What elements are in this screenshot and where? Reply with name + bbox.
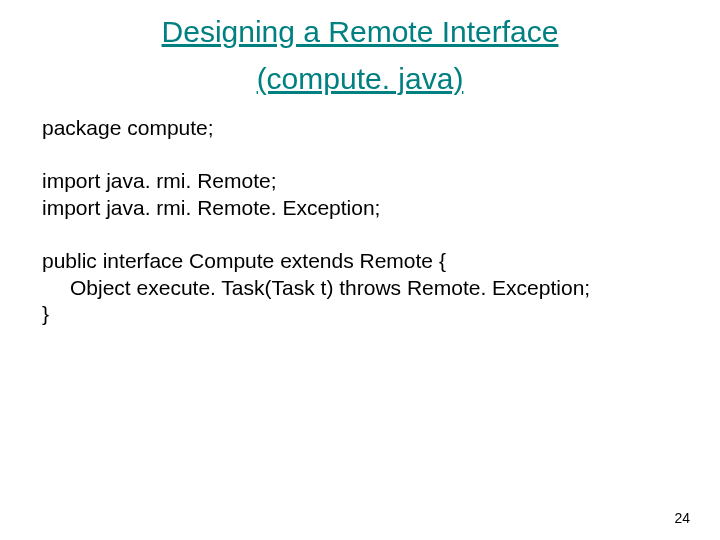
slide-title-line1: Designing a Remote Interface: [0, 0, 720, 53]
code-method-line: Object execute. Task(Task t) throws Remo…: [42, 275, 590, 302]
code-interface-close: }: [42, 301, 690, 328]
code-imports-block: import java. rmi. Remote; import java. r…: [0, 168, 720, 222]
code-import-line-2: import java. rmi. Remote. Exception;: [42, 195, 690, 222]
code-import-line-1: import java. rmi. Remote;: [42, 168, 690, 195]
code-package-line: package compute;: [42, 116, 214, 139]
slide-title-line2: (compute. java): [0, 53, 720, 100]
code-interface-open: public interface Compute extends Remote …: [42, 248, 690, 275]
page-number: 24: [674, 510, 690, 526]
code-package-block: package compute;: [0, 115, 720, 142]
code-interface-block: public interface Compute extends Remote …: [0, 248, 720, 329]
